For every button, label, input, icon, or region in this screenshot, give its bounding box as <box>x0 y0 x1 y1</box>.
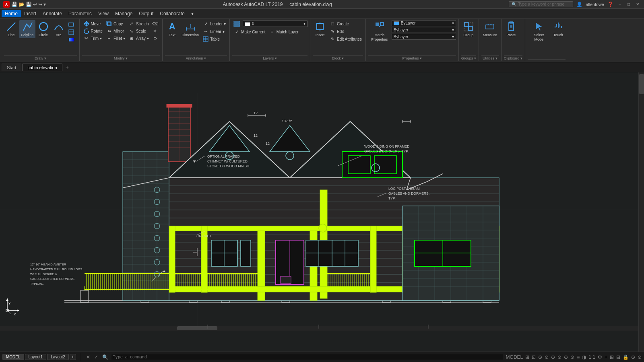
close-button[interactable]: ✕ <box>634 1 641 8</box>
tool-leader[interactable]: ↗ Leader ▾ <box>201 20 227 27</box>
tab-start[interactable]: Start <box>2 64 21 71</box>
svg-text:TYPICAL.: TYPICAL. <box>30 282 43 286</box>
tool-match-layer[interactable]: ≡ Match Layer <box>268 28 300 35</box>
tool-fillet[interactable]: ⌐ Fillet ▾ <box>105 35 126 42</box>
status-transparency[interactable]: ◑ <box>582 354 586 360</box>
tool-circle[interactable]: Circle <box>36 20 51 38</box>
layer-dropdown[interactable]: 0 ▾ <box>243 21 308 27</box>
leader-icon: ↗ <box>202 21 209 27</box>
menu-view[interactable]: View <box>95 10 112 17</box>
command-ok[interactable]: ✓ <box>94 354 98 360</box>
tool-edit-block[interactable]: ✎ Edit <box>328 28 363 35</box>
tool-group[interactable]: Group <box>461 20 476 38</box>
layout1-tab[interactable]: Layout1 <box>25 354 47 360</box>
maximize-button[interactable]: □ <box>625 1 632 8</box>
tool-mirror[interactable]: ⇔ Mirror <box>105 27 126 35</box>
tool-scale[interactable]: ⤡ Scale <box>127 27 150 35</box>
tool-touch[interactable]: Touch <box>551 20 566 38</box>
tool-edit-attributes[interactable]: ✎ Edit Attributes <box>328 35 363 43</box>
menu-collaborate[interactable]: Collaborate <box>157 10 188 17</box>
qa-save[interactable]: 💾 <box>26 2 32 7</box>
menu-more[interactable]: ▾ <box>188 10 197 17</box>
search-icon-status[interactable]: 🔍 <box>102 354 108 360</box>
layout2-tab[interactable]: Layout2 <box>47 354 69 360</box>
tool-create[interactable]: □ Create <box>328 20 363 27</box>
tab-cabin-elevation[interactable]: cabin elevation <box>22 64 62 71</box>
move-icon <box>83 21 90 27</box>
linetype-dropdown[interactable]: ByLayer ▾ <box>392 27 456 33</box>
qa-open[interactable]: 📂 <box>19 2 25 7</box>
edit-attributes-label: Edit Attributes <box>337 37 362 41</box>
tool-table[interactable]: Table <box>201 35 227 43</box>
tool-make-current[interactable]: ✓ Make Current <box>232 28 267 35</box>
qa-undo[interactable]: ↩ <box>33 2 37 7</box>
titlebar: A 💾 📂 💾 ↩ ↪ ▾ Autodesk AutoCAD LT 2019 c… <box>0 0 644 9</box>
right-scrollbar[interactable] <box>638 72 644 352</box>
tool-copy[interactable]: Copy <box>105 20 126 27</box>
status-workspace[interactable]: ⊞ <box>610 354 614 360</box>
tool-match-properties[interactable]: Match Properties <box>368 20 391 43</box>
status-model-space[interactable]: MODEL <box>506 354 523 360</box>
tool-select-mode[interactable]: Select Mode <box>528 20 550 43</box>
tool-stretch[interactable]: ⤢ Stretch <box>127 20 150 27</box>
tool-text[interactable]: A Text <box>165 20 180 38</box>
tool-gradient[interactable] <box>67 36 77 43</box>
command-input[interactable] <box>111 354 503 360</box>
menu-annotate[interactable]: Annotate <box>39 10 65 17</box>
tool-hatch[interactable] <box>67 29 77 36</box>
tool-rectangle[interactable] <box>67 21 77 28</box>
status-osnap[interactable]: ⊙ <box>551 354 555 360</box>
lineweight-dropdown[interactable]: ByLayer ▾ <box>392 34 456 40</box>
tool-erase[interactable]: ⌫ <box>151 20 160 27</box>
status-settings[interactable]: ⚙ <box>598 354 602 360</box>
add-layout[interactable]: + <box>70 354 76 360</box>
status-3dosnap[interactable]: ⊙ <box>557 354 561 360</box>
search-box[interactable]: 🔍 Type a keyword or phrase <box>509 1 573 7</box>
status-ortho[interactable]: ⊙ <box>538 354 542 360</box>
tool-measure[interactable]: Measure <box>481 20 499 38</box>
tool-layer-properties[interactable] <box>232 20 241 27</box>
status-snap[interactable]: ⊡ <box>532 354 536 360</box>
tool-move[interactable]: Move <box>82 20 104 27</box>
menu-parametric[interactable]: Parametric <box>65 10 95 17</box>
layer-row2: ✓ Make Current ≡ Match Layer <box>232 28 300 35</box>
minimize-button[interactable]: − <box>617 1 623 8</box>
status-hardware[interactable]: ⊙ <box>631 354 635 360</box>
status-polar[interactable]: ⊙ <box>545 354 549 360</box>
qa-redo[interactable]: ↪ <box>38 2 42 7</box>
tool-trim[interactable]: ✂ Trim ▾ <box>82 35 104 42</box>
tool-line[interactable]: Line <box>4 20 19 38</box>
tool-arc[interactable]: Arc <box>52 20 66 38</box>
tool-dimension[interactable]: Dimension <box>180 20 201 38</box>
tool-rotate[interactable]: Rotate <box>82 27 104 35</box>
menu-insert[interactable]: Insert <box>21 10 39 17</box>
tool-explode[interactable]: ✳ <box>151 27 160 35</box>
tool-paste[interactable]: Paste <box>504 20 518 38</box>
status-grid[interactable]: ⊞ <box>525 354 529 360</box>
svg-text:WOOD SIDING ON FRAMED: WOOD SIDING ON FRAMED <box>364 144 409 148</box>
menu-manage[interactable]: Manage <box>112 10 136 17</box>
status-lock[interactable]: 🔒 <box>623 354 629 360</box>
add-tab-button[interactable]: + <box>63 64 71 72</box>
status-ducs[interactable]: ⊙ <box>570 354 574 360</box>
tool-polyline[interactable]: Polyline <box>19 20 35 38</box>
status-annotation-scale[interactable]: + <box>605 354 607 360</box>
status-otrack[interactable]: ⊙ <box>564 354 568 360</box>
menu-output[interactable]: Output <box>136 10 157 17</box>
model-tab[interactable]: MODEL <box>2 354 24 360</box>
tool-array[interactable]: ⊞ Array ▾ <box>127 35 150 42</box>
scroll-thumb[interactable] <box>639 74 644 94</box>
tool-linear[interactable]: ↔ Linear ▾ <box>201 28 227 35</box>
qa-new[interactable]: 💾 <box>11 2 17 7</box>
status-lineweight[interactable]: ≡ <box>577 354 580 360</box>
status-fullscreen[interactable]: ⊟ <box>616 354 620 360</box>
tool-insert[interactable]: Insert <box>313 20 327 38</box>
paste-label: Paste <box>506 33 516 37</box>
canvas-area[interactable]: 12 13-1/2 12 12 OPTIONAL FRAMED CHIMNEY … <box>0 72 644 352</box>
tool-join[interactable]: ⊃ <box>151 35 160 42</box>
menu-home[interactable]: Home <box>2 10 21 17</box>
status-isolate[interactable]: ⊙ <box>638 354 642 360</box>
command-cancel[interactable]: ✕ <box>86 354 90 360</box>
help-icon[interactable]: ❓ <box>607 2 613 7</box>
color-dropdown[interactable]: ByLayer ▾ <box>392 20 456 26</box>
